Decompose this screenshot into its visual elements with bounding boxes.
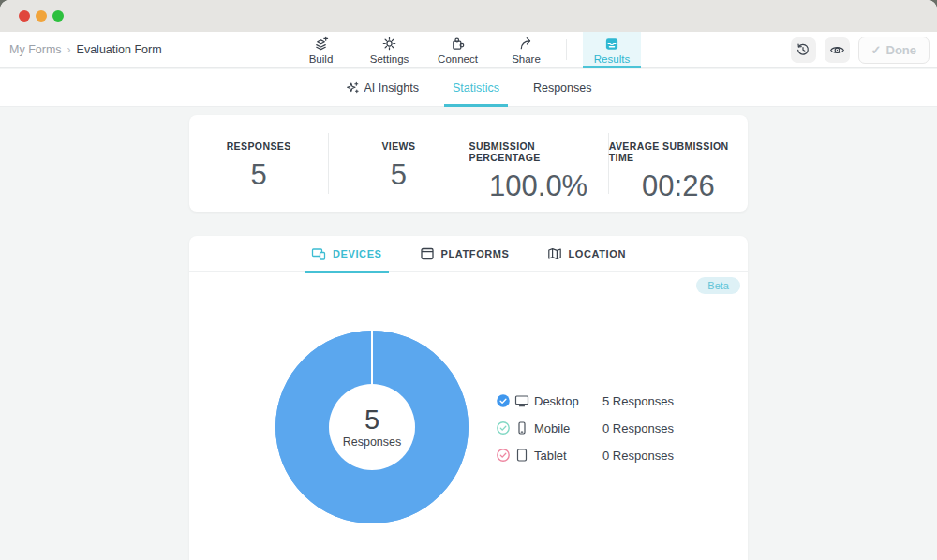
subtab-label: Responses: [533, 81, 592, 95]
nav-divider: [566, 39, 567, 60]
legend-row-tablet[interactable]: Tablet 0 Responses: [496, 446, 674, 464]
nav-tab-label: Settings: [370, 53, 409, 65]
desktop-icon: [514, 393, 529, 408]
donut-center: 5 Responses: [329, 384, 415, 470]
chart-tab-label: PLATFORMS: [441, 248, 510, 259]
form-builder-header: My Forms › Evaluation Form Build: [0, 32, 937, 68]
legend-value: 0 Responses: [602, 421, 674, 435]
map-icon: [547, 246, 562, 261]
stat-average-submission-time: AVERAGE SUBMISSION TIME 00:26: [609, 115, 748, 212]
devices-donut-chart: 5 Responses: [275, 331, 468, 523]
chart-tab-location[interactable]: LOCATION: [547, 236, 626, 272]
stats-summary-card: RESPONSES 5 VIEWS 5 SUBMISSION PERCENTAG…: [189, 115, 748, 212]
nav-tab-results-active[interactable]: Results: [583, 32, 641, 68]
subtab-label: AI Insights: [364, 81, 419, 95]
done-button[interactable]: ✓ Done: [858, 37, 930, 64]
check-icon: ✓: [871, 43, 882, 57]
active-tab-underline: [583, 66, 641, 68]
share-arrow-icon: [518, 36, 534, 52]
tablet-icon: [514, 448, 529, 463]
legend-value: 5 Responses: [602, 394, 674, 408]
puzzle-icon: [450, 36, 466, 52]
subtab-responses[interactable]: Responses: [530, 69, 595, 107]
inbox-icon: [604, 37, 619, 52]
legend-row-desktop[interactable]: Desktop 5 Responses: [496, 391, 674, 410]
stat-value: 100.0%: [489, 169, 587, 203]
stat-views: VIEWS 5: [329, 115, 468, 212]
stat-submission-percentage: SUBMISSION PERCENTAGE 100.0%: [469, 115, 608, 212]
stat-label: RESPONSES: [227, 140, 291, 152]
breadcrumb: My Forms › Evaluation Form: [9, 32, 162, 67]
devices-icon: [311, 246, 326, 261]
close-window-button[interactable]: [19, 10, 30, 22]
chart-tab-devices-active[interactable]: DEVICES: [311, 236, 382, 272]
nav-tab-label: Results: [594, 53, 630, 65]
devices-chart-card: DEVICES PLATFORMS: [189, 236, 748, 560]
nav-tab-label: Share: [512, 53, 541, 65]
gear-icon: [381, 36, 397, 52]
donut-slice-gap: [371, 331, 373, 385]
nav-tab-label: Connect: [438, 53, 478, 65]
nav-tab-settings[interactable]: Settings: [355, 32, 424, 67]
legend-row-mobile[interactable]: Mobile 0 Responses: [496, 419, 674, 437]
breadcrumb-separator: ›: [67, 43, 71, 56]
check-circle-icon: [496, 420, 511, 435]
stat-responses: RESPONSES 5: [189, 115, 328, 212]
breadcrumb-my-forms[interactable]: My Forms: [9, 43, 62, 56]
eye-icon: [829, 42, 845, 58]
header-actions: ✓ Done: [791, 32, 930, 67]
check-circle-icon: [496, 393, 511, 408]
nav-tab-connect[interactable]: Connect: [424, 32, 492, 67]
stat-value: 5: [391, 158, 407, 192]
breadcrumb-form-name: Evaluation Form: [77, 43, 162, 56]
subtab-ai-insights[interactable]: AI Insights: [343, 69, 422, 107]
builder-nav: Build Settings: [287, 32, 560, 67]
legend-value: 0 Responses: [602, 449, 674, 463]
stat-value: 00:26: [642, 169, 715, 203]
mobile-icon: [514, 420, 529, 435]
app-window: My Forms › Evaluation Form Build: [0, 0, 937, 560]
stat-label: AVERAGE SUBMISSION TIME: [609, 140, 748, 163]
subtab-label: Statistics: [453, 81, 499, 95]
chart-tab-label: DEVICES: [333, 248, 382, 259]
chart-tab-label: LOCATION: [569, 248, 626, 259]
zoom-window-button[interactable]: [52, 10, 64, 22]
macos-titlebar: [0, 0, 937, 32]
results-subnav: AI Insights Statistics Responses: [0, 69, 937, 107]
legend-label: Mobile: [534, 421, 602, 435]
nav-tab-build[interactable]: Build: [287, 32, 355, 67]
build-icon: [313, 36, 329, 52]
history-icon: [796, 42, 811, 57]
legend-label: Tablet: [534, 449, 602, 463]
sparkle-icon: [346, 81, 359, 95]
check-circle-icon: [496, 448, 511, 463]
donut-center-value: 5: [364, 405, 379, 434]
stat-label: SUBMISSION PERCENTAGE: [469, 140, 608, 163]
nav-tab-label: Build: [309, 53, 334, 65]
legend-label: Desktop: [534, 394, 602, 408]
chart-tabs: DEVICES PLATFORMS: [189, 236, 748, 272]
preview-button[interactable]: [825, 37, 850, 63]
minimize-window-button[interactable]: [36, 10, 47, 22]
stat-label: VIEWS: [381, 140, 415, 152]
revision-history-button[interactable]: [791, 37, 816, 63]
browser-window-icon: [420, 246, 435, 261]
chart-legend: Desktop 5 Responses Mobile 0 R: [496, 391, 674, 473]
donut-center-label: Responses: [343, 435, 402, 449]
nav-tab-share[interactable]: Share: [492, 32, 560, 67]
stat-value: 5: [251, 158, 267, 192]
subtab-statistics-active[interactable]: Statistics: [450, 69, 502, 107]
chart-tab-platforms[interactable]: PLATFORMS: [420, 236, 510, 272]
done-button-label: Done: [886, 43, 917, 57]
beta-badge: Beta: [696, 277, 740, 294]
